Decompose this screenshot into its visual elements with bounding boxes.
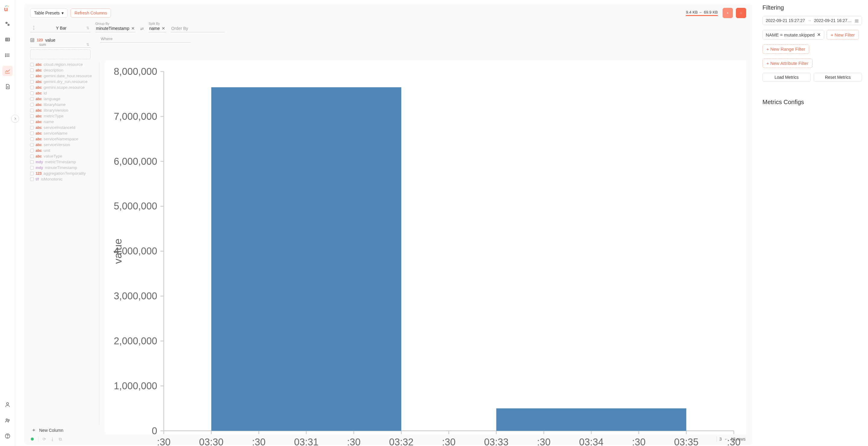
field-dropzone[interactable] [30,50,91,59]
field-list[interactable]: abccloud.region.resourceabcdescriptionab… [30,62,99,424]
checkbox-icon[interactable] [30,131,34,135]
field-item[interactable]: abcunit [30,148,97,153]
bar-chart[interactable]: 01,000,0002,000,0003,000,0004,000,0005,0… [107,63,742,446]
checkbox-icon[interactable] [30,80,34,84]
field-item[interactable]: abclibraryVersion [30,108,97,113]
checkbox-icon[interactable] [30,137,34,141]
checkbox-icon[interactable] [30,120,34,124]
field-name: id [44,91,47,95]
download-icon[interactable]: ⭳ [50,437,55,442]
new-filter-button[interactable]: + New Filter [827,30,859,39]
nav-document-icon[interactable] [2,82,13,92]
close-icon[interactable]: ✕ [162,26,165,31]
field-item[interactable]: abccloud.region.resource [30,62,97,67]
field-item[interactable]: 123aggregationTemporality [30,171,97,176]
field-type-badge: mdy [36,160,43,164]
load-metrics-button[interactable]: Load Metrics [763,73,811,82]
close-icon[interactable]: ✕ [131,26,135,31]
field-item[interactable]: mdyminuteTimestamp [30,165,97,171]
svg-text:3,000,000: 3,000,000 [114,291,157,301]
field-name: cloud.region.resource [44,62,83,67]
refresh-columns-button[interactable]: Refresh Columns [70,8,111,18]
field-item[interactable]: abcmetricType [30,113,97,119]
field-item[interactable]: abcgemini.dry_run.resource [30,79,97,85]
active-filter-chip[interactable]: NAME = mutate.skipped ✕ [763,30,824,39]
copy-icon[interactable]: ⧉ [59,437,62,442]
checkbox-icon[interactable] [30,149,34,152]
new-attribute-filter-button[interactable]: + New Attribute Filter [763,59,812,68]
svg-text::30: :30 [157,437,170,446]
table-presets-button[interactable]: Table Presets ▾ [30,8,67,18]
checkbox-icon[interactable] [30,74,34,78]
refresh-icon[interactable]: ⟳ [42,437,46,442]
sort-icon[interactable]: ⇅ [86,26,89,30]
field-item[interactable]: abcserviceNamespace [30,136,97,142]
field-item[interactable]: abcid [30,90,97,96]
field-item[interactable]: abcserviceName [30,130,97,136]
sort-icon[interactable]: ⇅ [86,42,89,47]
svg-text:value: value [112,238,124,264]
splitby-chip[interactable]: name ✕ [149,25,166,32]
checkbox-icon[interactable] [30,103,34,107]
splitby-label: Split By [149,22,166,25]
checkbox-icon[interactable] [30,91,34,95]
checkbox-icon[interactable] [30,160,34,164]
checkbox-icon[interactable] [30,126,34,129]
run-button[interactable] [723,8,733,18]
value-row[interactable]: 123 value [30,38,95,42]
checkbox-icon[interactable] [30,109,34,112]
field-type-badge: abc [36,114,42,118]
nav-team-icon[interactable] [2,415,13,425]
checkbox-checked-icon[interactable] [30,38,34,42]
checkbox-icon[interactable] [30,143,34,147]
rail-expand-button[interactable] [11,115,19,122]
checkbox-icon[interactable] [30,68,34,72]
checkbox-icon[interactable] [30,172,34,175]
checkbox-icon[interactable] [30,63,34,66]
ybar-select[interactable]: ⋮ Y Bar ⇅ [30,25,91,32]
swap-icon[interactable]: ⇄ [140,26,144,32]
field-item[interactable]: abcserviceVersion [30,142,97,148]
field-name: language [44,96,61,101]
field-item[interactable]: abcgemini.scope.resource [30,85,97,90]
field-item[interactable]: abcserviceInstanceId [30,125,97,130]
checkbox-icon[interactable] [30,154,34,158]
field-item[interactable]: abclanguage [30,96,97,102]
svg-text:03:34: 03:34 [579,437,603,446]
nav-help-icon[interactable] [2,431,13,441]
field-item[interactable]: abcdescription [30,67,97,73]
reset-metrics-button[interactable]: Reset Metrics [814,73,862,82]
nav-user-icon[interactable] [2,399,13,410]
card-toolbar: Table Presets ▾ Refresh Columns 9.4 KB ←… [30,8,746,18]
checkbox-icon[interactable] [30,114,34,118]
orderby-input[interactable] [171,25,225,32]
nav-table-icon[interactable] [2,34,13,44]
field-item[interactable]: abcvalueType [30,153,97,159]
checkbox-icon[interactable] [30,97,34,101]
new-range-filter-button[interactable]: + New Range Filter [763,44,809,54]
nav-settings-icon[interactable] [2,19,13,29]
where-input[interactable] [100,35,191,42]
close-icon[interactable]: ✕ [817,32,821,37]
field-name: isMonotonic [41,177,62,181]
field-item[interactable]: abcgemini.date_hour.resource [30,73,97,79]
aggregation-select[interactable]: sum ⇅ [30,42,91,48]
checkbox-icon[interactable] [30,86,34,89]
new-column-button[interactable]: ＋ New Column [30,424,99,435]
date-range-picker[interactable]: 2022-09-21 15:27:27 → 2022-09-21 16:27:2… [763,16,862,25]
checkbox-icon[interactable] [30,177,34,181]
drag-handle-icon[interactable]: ⋮ [31,25,36,31]
field-item[interactable]: abcname [30,119,97,125]
field-item[interactable]: abclibraryName [30,102,97,108]
groupby-chip[interactable]: minuteTimestamp ✕ [95,25,135,32]
nav-list-icon[interactable] [2,50,13,60]
field-item[interactable]: t/fisMonotonic [30,176,97,182]
fullscreen-button[interactable] [736,8,746,18]
checkbox-icon[interactable] [30,166,34,170]
field-item[interactable]: mdymetricTimestamp [30,159,97,165]
plus-icon: ＋ [31,427,36,433]
calendar-icon[interactable]: ▦ [855,18,859,23]
svg-text:8,000,000: 8,000,000 [114,66,157,77]
nav-chart-icon[interactable] [2,66,13,76]
value-config: 123 value sum ⇅ [30,35,95,59]
